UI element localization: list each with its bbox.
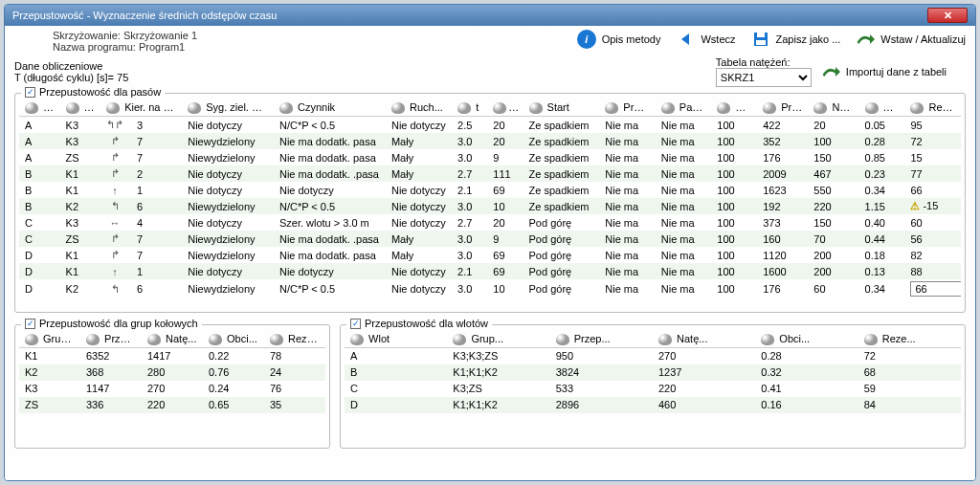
table-cell[interactable]: Nie ma xyxy=(656,117,712,134)
table-row[interactable]: BK1;K1;K2382412370.3268 xyxy=(345,364,961,381)
table-cell[interactable]: 20 xyxy=(487,214,523,231)
table-cell[interactable]: D xyxy=(19,279,60,298)
table-cell[interactable]: 69 xyxy=(487,182,523,198)
table-cell[interactable]: Nie ma xyxy=(656,279,712,298)
table-cell[interactable]: ↱ xyxy=(100,165,131,182)
table-cell[interactable]: Ze spadkiem xyxy=(523,117,600,134)
table-cell[interactable]: Nie ma xyxy=(599,231,656,247)
table-cell[interactable]: 1600 xyxy=(757,263,808,279)
table-cell[interactable]: K1 xyxy=(60,263,101,279)
table-row[interactable]: BK2↰6NiewydzielonyN/C*P < 0.5Nie dotyczy… xyxy=(19,198,961,214)
table-cell[interactable]: Nie ma xyxy=(656,247,712,263)
table-row[interactable]: DK1↱7NiewydzielonyNie ma dodatk. pasaMał… xyxy=(19,247,961,263)
table-cell[interactable]: 100 xyxy=(711,263,757,279)
column-header[interactable]: Ruch... xyxy=(386,99,452,117)
table-cell[interactable]: K1 xyxy=(60,182,101,198)
table-cell[interactable]: 2896 xyxy=(550,397,653,413)
table-cell[interactable]: K1 xyxy=(19,348,80,364)
table-cell[interactable]: 3824 xyxy=(550,364,653,381)
table-cell[interactable]: B xyxy=(19,182,60,198)
table-cell[interactable]: Mały xyxy=(386,247,452,263)
table-cell[interactable]: ↱ xyxy=(100,247,131,263)
table-cell[interactable]: Nie dotyczy xyxy=(386,198,452,214)
table-cell[interactable]: 66 xyxy=(904,182,961,198)
table-cell[interactable]: Niewydzielony xyxy=(182,247,274,263)
table-cell[interactable]: 176 xyxy=(757,149,808,165)
table-cell[interactable]: Szer. wlotu > 3.0 m xyxy=(274,214,386,231)
table-cell[interactable]: N/C*P < 0.5 xyxy=(274,117,386,134)
table-cell[interactable]: ↱ xyxy=(100,231,131,247)
table-cell[interactable]: 1120 xyxy=(757,247,808,263)
table-cell[interactable]: 20 xyxy=(808,117,858,134)
table-cell[interactable]: 1237 xyxy=(653,364,755,381)
column-header[interactable]: Gr. ... xyxy=(60,99,101,117)
table-row[interactable]: BK1↑1Nie dotyczyNie dotyczyNie dotyczy2.… xyxy=(19,182,961,198)
table-cell[interactable]: 336 xyxy=(80,397,142,413)
table-cell[interactable]: 6 xyxy=(131,279,182,298)
table-cell[interactable]: 150 xyxy=(808,149,858,165)
checkbox-inlets[interactable] xyxy=(350,319,361,329)
table-cell[interactable]: Nie ma xyxy=(599,149,656,165)
table-cell[interactable]: 950 xyxy=(550,348,653,364)
column-header[interactable]: Reze... xyxy=(264,331,325,348)
table-row[interactable]: AK3;K3;ZS9502700.2872 xyxy=(345,348,961,364)
table-cell[interactable]: 66 xyxy=(904,279,961,298)
table-cell[interactable]: Ze spadkiem xyxy=(523,133,600,149)
table-cell[interactable]: Nie ma xyxy=(599,263,656,279)
table-cell[interactable]: C xyxy=(19,231,60,247)
column-header[interactable]: Grup... xyxy=(447,331,549,348)
table-cell[interactable]: 2009 xyxy=(757,165,808,182)
table-cell[interactable]: 2.5 xyxy=(452,117,487,134)
table-cell[interactable]: ZS xyxy=(60,149,101,165)
table-cell[interactable]: ↰ xyxy=(100,198,131,214)
table-cell[interactable]: 70 xyxy=(808,231,858,247)
table-cell[interactable]: Niewydzielony xyxy=(182,231,274,247)
table-cell[interactable]: ZS xyxy=(19,397,80,413)
table-cell[interactable]: 192 xyxy=(757,198,808,214)
table-cell[interactable]: Nie ma xyxy=(599,182,656,198)
table-cell[interactable]: 10 xyxy=(487,198,523,214)
table-cell[interactable]: 69 xyxy=(487,247,523,263)
table-cell[interactable]: Nie ma dodatk. .pasa xyxy=(274,231,386,247)
table-cell[interactable]: 467 xyxy=(808,165,858,182)
table-cell[interactable]: 88 xyxy=(904,263,961,279)
column-header[interactable]: Grup... xyxy=(19,331,80,348)
table-cell[interactable]: D xyxy=(345,397,447,413)
table-cell[interactable]: 7 xyxy=(131,231,182,247)
table-cell[interactable]: Ze spadkiem xyxy=(523,198,600,214)
table-cell[interactable]: K3 xyxy=(60,133,101,149)
table-cell[interactable]: Nie ma xyxy=(599,214,656,231)
table-cell[interactable]: 220 xyxy=(653,381,755,397)
table-cell[interactable]: Nie ma xyxy=(656,149,712,165)
column-header[interactable]: Natę... xyxy=(653,331,755,348)
table-cell[interactable]: 0.34 xyxy=(859,182,905,198)
table-cell[interactable]: D xyxy=(19,263,60,279)
table-cell[interactable]: 2.7 xyxy=(452,214,487,231)
table-cell[interactable]: ↑ xyxy=(100,263,131,279)
table-cell[interactable]: Nie ma xyxy=(599,198,656,214)
table-cell[interactable]: 0.16 xyxy=(755,397,858,413)
column-header[interactable]: Parkow... xyxy=(656,99,712,117)
table-cell[interactable]: Pod górę xyxy=(523,279,600,298)
table-cell[interactable]: K3;ZS xyxy=(447,381,549,397)
table-cell[interactable]: 550 xyxy=(808,182,858,198)
table-cell[interactable]: A xyxy=(19,133,60,149)
table-cell[interactable]: 0.23 xyxy=(859,165,905,182)
table-cell[interactable]: 160 xyxy=(757,231,808,247)
table-cell[interactable]: 7 xyxy=(131,149,182,165)
table-cell[interactable]: ZS xyxy=(60,231,101,247)
table-cell[interactable]: 6352 xyxy=(80,348,142,364)
table-cell[interactable]: K2 xyxy=(60,279,101,298)
column-header[interactable]: Obci... xyxy=(203,331,264,348)
table-cell[interactable]: Nie dotyczy xyxy=(386,117,452,134)
table-cell[interactable]: 0.76 xyxy=(203,364,264,381)
table-cell[interactable]: 60 xyxy=(904,214,961,231)
table-cell[interactable]: K1 xyxy=(60,165,101,182)
table-cell[interactable]: K3;K3;ZS xyxy=(447,348,549,364)
wheel-groups-table[interactable]: Grup... Przep... Natę... Obci... Reze...… xyxy=(19,331,325,413)
table-cell[interactable]: 59 xyxy=(858,381,961,397)
table-cell[interactable]: Nie ma xyxy=(599,165,656,182)
table-cell[interactable]: 68 xyxy=(858,364,961,381)
column-header[interactable]: Kier. na p... xyxy=(100,99,182,117)
table-cell[interactable]: 7 xyxy=(131,247,182,263)
